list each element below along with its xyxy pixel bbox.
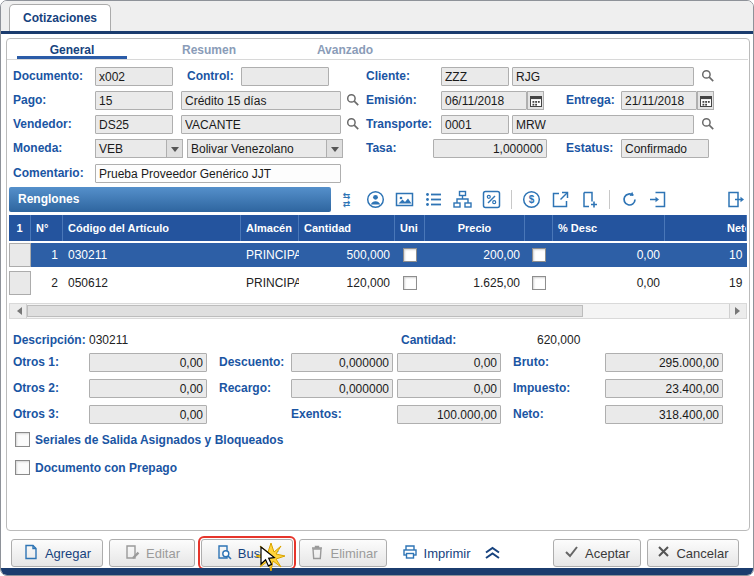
editar-button[interactable]: Editar [109,539,195,567]
recargo-label: Recargo: [219,381,271,395]
prepago-checkbox[interactable] [15,460,30,475]
currency-icon[interactable]: $ [520,188,543,211]
transporte-code-input[interactable] [441,115,509,134]
bruto-input[interactable] [605,353,723,372]
recargo-input[interactable] [397,379,501,398]
grid-header-precio[interactable]: Precio [425,215,525,241]
agregar-button[interactable]: Agregar [11,539,103,567]
import-lines-icon[interactable] [647,188,670,211]
moneda-name-select[interactable]: Bolivar Venezolano [187,139,343,158]
grid-header-almacen[interactable]: Almacén [241,215,299,241]
documento-input[interactable] [95,67,173,86]
entrega-calendar-icon[interactable] [697,91,714,110]
vendedor-code-input[interactable] [95,115,173,134]
control-input[interactable] [241,67,329,86]
flag-checkbox[interactable] [532,248,546,262]
add-document-icon[interactable] [578,188,601,211]
cell-flag [525,271,553,295]
cancelar-label: Cancelar [676,546,728,561]
uni-checkbox[interactable] [403,276,417,290]
buscar-button[interactable]: Buscar [201,539,293,567]
vendedor-name-input[interactable] [181,115,341,134]
grid-header-neto[interactable]: Neto [665,215,747,241]
grid-horizontal-scrollbar[interactable] [9,303,747,319]
export-icon[interactable] [549,188,572,211]
descuento-input[interactable] [397,353,501,372]
row-selector[interactable] [9,271,31,295]
grid-header-desc[interactable]: % Desc [553,215,665,241]
grid-header-num[interactable]: N° [31,215,63,241]
exentos-input[interactable] [397,405,501,424]
new-doc-icon [23,544,39,563]
hscroll-left-arrow[interactable] [10,304,27,318]
cell-flag [525,243,553,267]
imprimir-label: Imprimir [424,546,471,561]
descuento-pct-input[interactable] [291,353,393,372]
percent-icon[interactable] [480,188,503,211]
agregar-label: Agregar [45,546,91,561]
otros2-input[interactable] [89,379,207,398]
tabs-divider [7,59,748,60]
moneda-code-select[interactable]: VEB [95,139,183,158]
tab-general[interactable]: General [16,43,128,57]
neto-input[interactable] [605,405,723,424]
grid-header-cantidad[interactable]: Cantidad [299,215,395,241]
table-row-1[interactable]: 1 030211 PRINCIPAL 500,000 200,00 0,00 1… [9,243,747,267]
tab-cotizaciones[interactable]: Cotizaciones [9,4,111,32]
emision-calendar-icon[interactable] [527,91,544,110]
cotizaciones-window: Cotizaciones General Resumen Avanzado Do… [0,0,754,576]
tab-avanzado[interactable]: Avanzado [284,43,406,57]
tree-view-icon[interactable] [451,188,474,211]
cliente-code-input[interactable] [441,67,509,86]
table-row-2[interactable]: 2 050612 PRINCIPAL 120,000 1.625,00 0,00… [9,271,747,295]
tasa-input[interactable] [433,139,547,158]
impuesto-input[interactable] [605,379,723,398]
estatus-input[interactable] [621,139,709,158]
pago-code-input[interactable] [95,91,173,110]
cancelar-button[interactable]: Cancelar [647,539,739,567]
contact-icon[interactable] [364,188,387,211]
cliente-search-icon[interactable] [700,69,715,84]
cliente-name-input[interactable] [512,67,694,86]
cliente-label: Cliente: [366,69,410,83]
otros3-input[interactable] [89,405,207,424]
pago-name-input[interactable] [181,91,341,110]
vendedor-search-icon[interactable] [345,117,360,132]
pago-label: Pago: [13,93,46,107]
export-lines-icon[interactable] [724,188,747,211]
collapse-chevron-icon[interactable] [483,545,502,563]
otros1-input[interactable] [89,353,207,372]
moneda-name-dropdown-arrow-icon[interactable] [326,140,342,157]
entrega-input[interactable] [621,91,697,110]
fit-columns-icon[interactable]: ⇆⇄ [335,188,358,211]
trash-icon [309,544,325,563]
eliminar-button[interactable]: Eliminar [299,539,387,567]
hscroll-thumb[interactable] [27,305,583,317]
image-icon[interactable] [393,188,416,211]
imprimir-button[interactable]: Imprimir [393,539,479,567]
vendedor-label: Vendedor: [13,117,72,131]
x-icon [657,545,670,561]
aceptar-button[interactable]: Aceptar [553,539,641,567]
refresh-icon[interactable] [618,188,641,211]
cantidad-total-value: 620,000 [537,333,580,347]
cell-cantidad: 500,000 [299,243,395,267]
detail-list-icon[interactable] [422,188,445,211]
hscroll-right-arrow[interactable] [729,304,746,318]
grid-header-uni[interactable]: Uni [395,215,425,241]
row-selector[interactable] [9,243,31,267]
transporte-search-icon[interactable] [700,117,715,132]
emision-input[interactable] [441,91,527,110]
uni-checkbox[interactable] [403,248,417,262]
seriales-checkbox[interactable] [15,432,30,447]
pago-search-icon[interactable] [345,93,360,108]
grid-header-codigo[interactable]: Código del Artículo [63,215,241,241]
tab-resumen[interactable]: Resumen [149,43,269,57]
flag-checkbox[interactable] [532,276,546,290]
edit-pencil-icon [124,544,140,563]
documento-label: Documento: [13,69,83,83]
recargo-pct-input[interactable] [291,379,393,398]
moneda-code-dropdown-arrow-icon[interactable] [166,140,182,157]
comentario-input[interactable] [95,164,341,183]
transporte-name-input[interactable] [512,115,694,134]
